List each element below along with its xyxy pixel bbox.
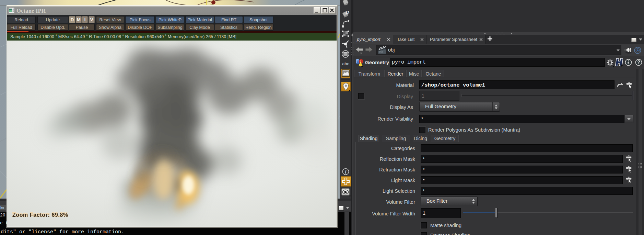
svg-text:i: i	[345, 169, 347, 175]
svg-text:abc: abc	[342, 61, 349, 66]
svg-text:12: 12	[345, 11, 349, 15]
